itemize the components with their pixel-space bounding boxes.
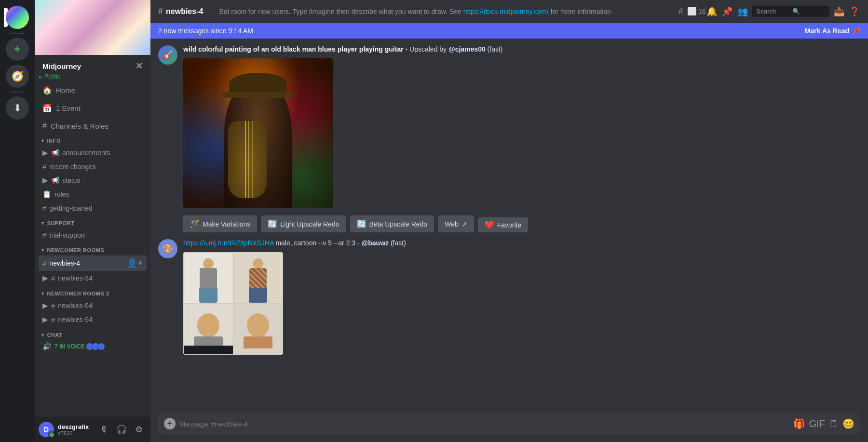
channel-status[interactable]: ▶ 📢 status [39, 174, 147, 187]
voice-count: 7 IN VOICE [54, 343, 85, 350]
section-info-header[interactable]: ▼ INFO [39, 136, 147, 146]
channel-name-announcements: announcements [62, 149, 110, 157]
cartoon-image-grid [183, 252, 283, 355]
settings-button[interactable]: ⚙ [131, 422, 147, 437]
mark-as-read-button[interactable]: Mark As Read 📌 [805, 27, 860, 35]
make-variations-button[interactable]: 🪄 Make Variations [183, 215, 257, 232]
avatar-icon-2: 🎨 [163, 243, 173, 254]
make-variations-label: Make Variations [203, 220, 250, 228]
message-text-input[interactable] [179, 420, 789, 428]
section-info-label: INFO [47, 138, 60, 144]
cartoon-cell-3 [183, 304, 233, 355]
sidebar-channels: ▼ INFO ▶ 📢 announcements # recent-change… [35, 136, 150, 417]
search-icon: 🔍 [792, 8, 826, 15]
add-attachment-button[interactable]: + [164, 418, 176, 429]
voice-icon: 🔊 [42, 342, 52, 351]
message-input-box[interactable]: + 🎁 GIF 🗒 😊 [158, 413, 860, 434]
microphone-button[interactable]: 🎙 [96, 422, 112, 437]
help-button[interactable]: ❓ [849, 6, 860, 17]
section-support-header[interactable]: ▼ SUPPORT [39, 218, 147, 228]
cartoon-prompt: male, cartoon --v 5 --ar 2:3 [275, 239, 355, 247]
speed-badge: (fast) [488, 45, 503, 53]
generated-image-blues[interactable] [183, 58, 333, 208]
favorite-button[interactable]: ❤️ Favorite [478, 217, 529, 232]
gif-button[interactable]: GIF [809, 418, 825, 429]
channel-rules[interactable]: 📋 rules [39, 188, 147, 201]
sticker-icon[interactable]: 🗒 [829, 418, 839, 429]
channel-name-status: status [62, 176, 80, 184]
prompt-separator: - [357, 239, 362, 247]
discover-servers-button[interactable]: 🧭 [6, 65, 29, 88]
member-count[interactable]: ⬜ 16 [691, 6, 702, 17]
heart-icon: ❤️ [485, 220, 494, 229]
members-button[interactable]: 👥 [737, 6, 748, 17]
messages-list: 🎸 wild colorful painting of an old black… [150, 39, 868, 413]
message-item-2: 🎨 https://s.mj.run/tRZ8pBXSJHA male, car… [150, 234, 868, 362]
server-divider [10, 33, 25, 34]
channel-newbies-94[interactable]: ▶ # newbies-94 [39, 313, 147, 326]
notification-bar[interactable]: 2 new messages since 9:14 AM Mark As Rea… [150, 23, 868, 39]
channel-expand-icon: ▶ [42, 315, 48, 324]
server-divider-2 [10, 92, 25, 93]
section-support-label: SUPPORT [47, 220, 74, 226]
voice-avatar: 👤 [97, 343, 105, 350]
header-actions: # ⬜ 16 🔔 📌 👥 Search 🔍 📥 ❓ [675, 6, 860, 17]
emoji-button[interactable]: 😊 [842, 418, 854, 429]
channel-newbies-64[interactable]: ▶ # newbies-64 [39, 299, 147, 312]
channel-getting-started[interactable]: # getting-started [39, 201, 147, 214]
section-newcomer-header[interactable]: ▼ NEWCOMER ROOMS [39, 245, 147, 255]
channel-icon: ▶ [42, 148, 48, 157]
section-newcomer2-header[interactable]: ▼ NEWCOMER ROOMS 2 [39, 289, 147, 298]
sidebar-item-event[interactable]: 📅 1 Event [39, 100, 147, 117]
image-overlay-bar [184, 346, 233, 354]
channel-trial-support[interactable]: # trial-support [39, 228, 147, 241]
channel-newbies-34[interactable]: ▶ # newbies-34 [39, 271, 147, 285]
sidebar-item-home[interactable]: 🏠 Home [39, 82, 147, 99]
sidebar-item-channels-roles[interactable]: # Channels & Roles [39, 118, 147, 134]
channel-newbies-4[interactable]: # newbies-4 👤+ [39, 255, 147, 271]
channel-name-rules: rules [54, 190, 69, 198]
headset-button[interactable]: 🎧 [114, 422, 129, 437]
beta-upscale-redo-button[interactable]: 🔄 Beta Upscale Redo [350, 215, 434, 232]
section-chat-header[interactable]: ▼ CHAT [39, 330, 147, 340]
server-name-header[interactable]: Midjourney ✕ [35, 55, 150, 73]
server-banner [35, 0, 150, 55]
wand-icon: 🪄 [190, 219, 200, 228]
channel-description: Bot room for new users. Type /imagine th… [219, 8, 671, 15]
upscale-info: - Upscaled by [406, 45, 448, 53]
cartoon-cell-4 [233, 304, 284, 355]
sidebar-nav-event-label: 1 Event [56, 104, 81, 112]
section-chevron: ▼ [41, 138, 45, 143]
search-bar[interactable]: Search 🔍 [752, 6, 829, 17]
pin-button[interactable]: 📌 [721, 6, 733, 17]
section-newcomer-rooms: ▼ NEWCOMER ROOMS # newbies-4 👤+ ▶ # newb… [39, 245, 147, 285]
channel-recent-changes[interactable]: # recent-changes [39, 160, 147, 173]
gift-icon[interactable]: 🎁 [793, 418, 805, 429]
section-chat-label: CHAT [47, 332, 62, 338]
notification-icon: 📌 [852, 27, 860, 35]
rules-icon: 📋 [42, 190, 52, 199]
section-chat: ▼ CHAT 🔊 7 IN VOICE 👤 👤 👤 [39, 330, 147, 353]
channel-name-newbies64: newbies-64 [58, 302, 93, 309]
section-newcomer2-label: NEWCOMER ROOMS 2 [47, 291, 109, 296]
channel-voice[interactable]: 🔊 7 IN VOICE 👤 👤 👤 [39, 340, 147, 353]
sidebar-nav: 🏠 Home 📅 1 Event # Channels & Roles [35, 82, 150, 134]
light-upscale-redo-button[interactable]: 🔄 Light Upscale Redo [261, 215, 346, 232]
channel-hash-icon: # [51, 302, 55, 310]
section-newcomer-rooms-2: ▼ NEWCOMER ROOMS 2 ▶ # newbies-64 ▶ # ne… [39, 289, 147, 326]
threads-button[interactable]: # [675, 6, 687, 17]
light-upscale-redo-label: Light Upscale Redo [280, 220, 339, 228]
inbox-button[interactable]: 📥 [833, 6, 845, 17]
mj-link[interactable]: https://s.mj.run/tRZ8pBXSJHA [183, 239, 274, 247]
channel-desc-suffix: for more information [551, 8, 611, 15]
channel-announcements[interactable]: ▶ 📢 announcements [39, 146, 147, 160]
message-content: wild colorful painting of an old black m… [183, 44, 860, 232]
midjourney-server-icon[interactable] [6, 6, 29, 29]
docs-link[interactable]: https://docs.midjourney.com/ [463, 8, 549, 15]
generated-image-cartoon[interactable] [183, 252, 283, 355]
web-button[interactable]: Web ↗ [438, 215, 474, 232]
add-server-button[interactable]: + [6, 38, 29, 61]
section-chevron: ▼ [41, 248, 45, 253]
download-apps-button[interactable]: ⬇ [6, 96, 29, 120]
notifications-button[interactable]: 🔔 [706, 6, 718, 17]
